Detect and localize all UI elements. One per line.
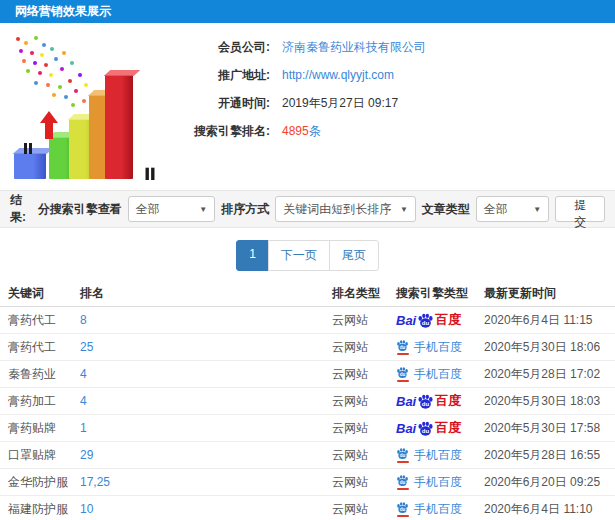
svg-text:du: du [422, 401, 430, 407]
member-info: 会员公司: 济南秦鲁药业科技有限公司 推广地址: http://www.qlyy… [182, 23, 615, 190]
svg-text:du: du [422, 428, 430, 434]
updated-cell: 2020年6月4日 11:15 [484, 312, 615, 329]
last-page-button[interactable]: 尾页 [329, 240, 379, 271]
rank-type-cell: 云网站 [332, 339, 396, 356]
next-page-button[interactable]: 下一页 [268, 240, 330, 271]
open-time-row: 开通时间: 2019年5月27日 09:17 [182, 89, 615, 117]
member-company-row: 会员公司: 济南秦鲁药业科技有限公司 [182, 33, 615, 61]
member-company-label: 会员公司: [182, 39, 270, 56]
table-row: 秦鲁药业4云网站du手机百度2020年5月28日 17:02 [0, 361, 615, 388]
table-row: 膏药代工8云网站Baidu百度2020年6月4日 11:15 [0, 307, 615, 334]
filter-bar: 结果: 分搜索引擎查看 全部 ▼ 排序方式 关键词由短到长排序 ▼ 文章类型 全… [0, 190, 615, 228]
rank-link[interactable]: 29 [80, 448, 332, 462]
keyword-cell: 膏药代工 [0, 339, 80, 356]
keyword-cell: 膏药代工 [0, 312, 80, 329]
header-engine-type: 搜索引擎类型 [396, 285, 484, 302]
table-row: 膏药贴牌1云网站Baidu百度2020年5月30日 17:58 [0, 415, 615, 442]
svg-text:du: du [400, 453, 406, 458]
svg-text:du: du [400, 345, 406, 350]
page-title: 网络营销效果展示 [0, 0, 615, 23]
engine-cell: Baidu百度 [396, 392, 484, 410]
mobile-baidu-icon: du [396, 474, 409, 490]
rank-link[interactable]: 1 [80, 421, 332, 435]
ranking-count-row: 搜索引擎排名: 4895条 [182, 117, 615, 145]
filter-controls: 分搜索引擎查看 全部 ▼ 排序方式 关键词由短到长排序 ▼ 文章类型 全部 ▼ … [38, 196, 605, 222]
ranking-count-value[interactable]: 4895条 [282, 123, 321, 140]
submit-button[interactable]: 提交 [555, 196, 605, 222]
updated-cell: 2020年5月28日 17:02 [484, 366, 615, 383]
ranking-count-unit: 条 [309, 124, 321, 138]
updated-cell: 2020年5月30日 18:03 [484, 393, 615, 410]
mobile-baidu-icon: du [396, 339, 409, 355]
rank-link[interactable]: 8 [80, 313, 332, 327]
svg-text:du: du [400, 372, 406, 377]
rank-link[interactable]: 4 [80, 394, 332, 408]
svg-text:du: du [422, 320, 430, 326]
baidu-logo: Baidu百度 [396, 311, 461, 329]
header-rank-type: 排名类型 [332, 285, 396, 302]
chevron-down-icon: ▼ [533, 205, 541, 214]
rank-type-cell: 云网站 [332, 474, 396, 491]
mobile-baidu-label: 手机百度 [414, 366, 462, 383]
keyword-cell: 金华防护服 [0, 474, 80, 491]
mobile-baidu-icon: du [396, 366, 409, 382]
svg-text:du: du [400, 507, 406, 512]
svg-text:du: du [400, 480, 406, 485]
rank-type-cell: 云网站 [332, 366, 396, 383]
article-type-label: 文章类型 [422, 201, 470, 218]
mobile-baidu-icon: du [396, 447, 409, 463]
rank-link[interactable]: 25 [80, 340, 332, 354]
engine-cell: du手机百度 [396, 339, 484, 356]
engine-filter-label: 分搜索引擎查看 [38, 201, 122, 218]
open-time-value: 2019年5月27日 09:17 [282, 95, 398, 112]
growth-arrow-icon [40, 111, 58, 123]
keyword-cell: 福建防护服 [0, 501, 80, 518]
rank-link[interactable]: 17,25 [80, 475, 332, 489]
mobile-baidu-label: 手机百度 [414, 501, 462, 518]
sort-filter-select[interactable]: 关键词由短到长排序 ▼ [275, 196, 416, 222]
baidu-paw-icon: du [396, 447, 409, 460]
engine-cell: du手机百度 [396, 447, 484, 464]
page: 网络营销效果展示 会员公司: 济南秦鲁药业科技有限公司 推广地址: [0, 0, 615, 520]
updated-cell: 2020年5月28日 16:55 [484, 447, 615, 464]
engine-filter-select[interactable]: 全部 ▼ [128, 196, 215, 222]
ranking-count-number: 4895 [282, 124, 309, 138]
page-1-button[interactable]: 1 [236, 240, 269, 271]
member-company-value[interactable]: 济南秦鲁药业科技有限公司 [282, 39, 426, 56]
mobile-baidu-label: 手机百度 [414, 447, 462, 464]
result-label: 结果: [10, 192, 38, 226]
updated-cell: 2020年5月30日 18:06 [484, 339, 615, 356]
mobile-baidu-icon: du [396, 501, 409, 517]
rank-link[interactable]: 10 [80, 502, 332, 516]
article-type-select[interactable]: 全部 ▼ [476, 196, 549, 222]
baidu-paw-icon: du [417, 312, 434, 329]
updated-cell: 2020年6月4日 11:10 [484, 501, 615, 518]
table-header-row: 关键词 排名 排名类型 搜索引擎类型 最新更新时间 [0, 281, 615, 307]
mobile-baidu-badge: du手机百度 [396, 501, 462, 518]
bar-chart-illustration [4, 35, 182, 185]
promo-url-value[interactable]: http://www.qlyyjt.com [282, 68, 394, 82]
mobile-baidu-badge: du手机百度 [396, 339, 462, 356]
mobile-baidu-badge: du手机百度 [396, 366, 462, 383]
engine-filter-value: 全部 [136, 201, 160, 218]
engine-cell: du手机百度 [396, 501, 484, 518]
open-time-label: 开通时间: [182, 95, 270, 112]
chart-bar-red [105, 75, 133, 179]
table-row: 福建防护服10云网站du手机百度2020年6月4日 11:10 [0, 496, 615, 520]
rank-link[interactable]: 4 [80, 367, 332, 381]
baidu-paw-icon: du [417, 420, 434, 437]
promo-url-label: 推广地址: [182, 67, 270, 84]
chart-bar-blue [14, 153, 46, 179]
sort-filter-label: 排序方式 [221, 201, 269, 218]
table-row: 膏药代工25云网站du手机百度2020年5月30日 18:06 [0, 334, 615, 361]
keyword-cell: 秦鲁药业 [0, 366, 80, 383]
baidu-logo: Baidu百度 [396, 419, 461, 437]
table-body: 膏药代工8云网站Baidu百度2020年6月4日 11:15膏药代工25云网站d… [0, 307, 615, 520]
baidu-paw-icon: du [396, 474, 409, 487]
baidu-paw-icon: du [396, 339, 409, 352]
chevron-down-icon: ▼ [400, 205, 408, 214]
baidu-logo: Baidu百度 [396, 392, 461, 410]
baidu-paw-icon: du [396, 366, 409, 379]
table-row: 金华防护服17,25云网站du手机百度2020年6月20日 09:25 [0, 469, 615, 496]
updated-cell: 2020年5月30日 17:58 [484, 420, 615, 437]
